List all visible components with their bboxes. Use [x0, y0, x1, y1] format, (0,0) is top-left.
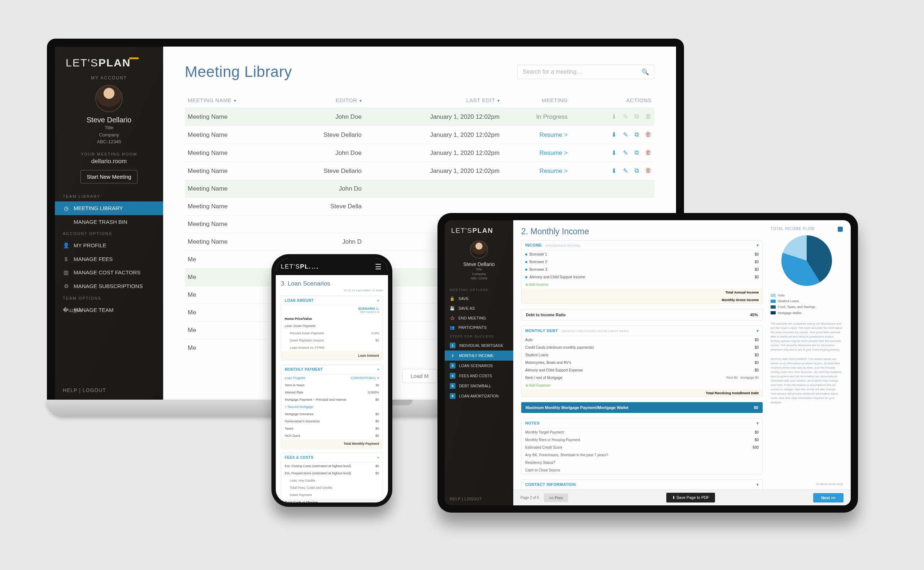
section-account-options: ACCOUNT OPTIONS	[55, 228, 163, 239]
section-team-options: TEAM OPTIONS	[55, 293, 163, 303]
list-item: + Second Mortgage	[281, 403, 382, 411]
next-button[interactable]: Next >>	[813, 493, 843, 503]
col-name[interactable]: MEETING NAME▾	[185, 93, 284, 108]
save-pdf-button[interactable]: ⬇ Save Page to PDF	[666, 493, 715, 503]
list-item: Any BK, Foreclosure, Shortsale in the pa…	[522, 451, 762, 459]
table-row[interactable]: Meeting NameJohn DoeJanuary 1, 2020 12:0…	[185, 108, 655, 126]
dollar-icon: $	[63, 256, 69, 262]
copy-icon[interactable]: ⧉	[635, 149, 639, 157]
avatar[interactable]	[470, 241, 488, 259]
table-row[interactable]: Meeting NameSteve DellarioJanuary 1, 202…	[185, 162, 655, 180]
search-icon: 🔍	[641, 68, 649, 76]
card-header[interactable]: LOAN AMOUNT▾	[281, 296, 382, 305]
edit-icon[interactable]: ✎	[623, 167, 628, 175]
user-icon: 👤	[63, 242, 69, 249]
menu-icon[interactable]: ☰	[375, 262, 381, 271]
list-item: Est. Closing Costs (estimated at highest…	[281, 463, 382, 470]
col-editor[interactable]: EDITOR▾	[284, 93, 364, 108]
list-item: Cash to Close Source	[522, 466, 762, 474]
clock-icon: ◷	[63, 205, 69, 211]
laptop-sidebar: LET'SPLAN MY ACCOUNT Steve Dellario Titl…	[55, 47, 163, 400]
trash-icon[interactable]: 🗑	[646, 167, 652, 175]
app-logo: LET'SPLAN	[55, 47, 163, 74]
search-placeholder: Search for a meeting…	[523, 69, 582, 75]
col-meeting: MEETING	[502, 93, 570, 108]
nav-team[interactable]: �այինMANAGE TEAM	[55, 303, 163, 317]
chevron-down-icon: ▾	[360, 98, 362, 103]
nav-meeting-library[interactable]: ◷MEETING LIBRARY	[55, 201, 163, 215]
nav-trash[interactable]: MANAGE TRASH BIN	[55, 215, 163, 228]
download-icon[interactable]: ⬇	[612, 131, 617, 139]
download-icon[interactable]: ⬇	[612, 167, 617, 175]
nav-profile[interactable]: 👤MY PROFILE	[55, 239, 163, 252]
opt-save[interactable]: 🔒SAVE	[445, 294, 513, 303]
step-6[interactable]: 6LOAN AMORTIZATION	[445, 391, 513, 401]
card-header[interactable]: FEES & COSTS▾	[281, 453, 382, 463]
trash-icon[interactable]: 🗑	[646, 149, 652, 157]
list-item: Down Payment	[281, 491, 382, 498]
nav-subscriptions[interactable]: ⚙MANAGE SUBSCRIPTIONS	[55, 279, 163, 293]
edit-icon[interactable]: ✎	[623, 131, 628, 139]
download-icon[interactable]: ⬇	[612, 113, 617, 121]
copy-icon[interactable]: ⧉	[635, 167, 639, 175]
ratio-card: Debt to Income Ratio45%	[521, 309, 763, 320]
copy-icon[interactable]: ⧉	[635, 131, 639, 139]
opt-participants[interactable]: 👥PARTICIPANTS	[445, 323, 513, 332]
table-row[interactable]: Meeting NameJohn Do	[185, 180, 655, 198]
list-item: Student Loans$0	[522, 351, 762, 359]
phone-device: LET'SPLAN ☰ 3. Loan Scenarios 07.21.21 L…	[271, 254, 392, 507]
chevron-down-icon: ▾	[377, 455, 379, 460]
step-5[interactable]: 5DEBT SNOWBALL	[445, 381, 513, 391]
opt-end-meeting[interactable]: ⏻END MEETING	[445, 313, 513, 323]
edit-icon[interactable]: ✎	[623, 149, 628, 157]
step-2[interactable]: 2MONTHLY INCOME	[445, 351, 513, 361]
card-header[interactable]: MONTHLY PAYMENT▾	[281, 365, 382, 374]
edit-icon[interactable]: ✎	[623, 113, 628, 121]
step-4[interactable]: 4FEES AND COSTS	[445, 371, 513, 381]
trash-icon[interactable]: 🗑	[646, 131, 652, 139]
col-actions: ACTIONS	[571, 93, 655, 108]
list-item: Est. Prepaid Items (estimated at highest…	[281, 470, 382, 477]
copy-icon[interactable]: ⧉	[635, 113, 639, 121]
list-item: Loan Amount vs. FF/ME	[281, 344, 382, 351]
list-item: Term in Years30	[281, 382, 382, 389]
cash-at-closing: Total Cash at Closing	[281, 498, 382, 503]
page-indicator: Page 2 of 6	[520, 496, 539, 500]
load-more-button[interactable]: Load M	[402, 369, 437, 383]
opt-save-as[interactable]: 💾SAVE AS	[445, 303, 513, 313]
add-income-button[interactable]: ⊕ Add Income	[522, 281, 762, 288]
table-row[interactable]: Meeting NameJohn DoeJanuary 1, 2020 12:0…	[185, 144, 655, 162]
nav-fees[interactable]: $MANAGE FEES	[55, 252, 163, 266]
section-meeting-options: MEETING OPTIONS	[445, 286, 513, 294]
card-header-debt[interactable]: MONTHLY DEBT (MONTHLY REVOLVING INSTALLM…	[522, 326, 762, 336]
download-icon[interactable]: ⬇	[612, 149, 617, 157]
tablet-device: LET'SPLAN Steve Dellario TitleCompanyABC…	[438, 213, 858, 513]
list-item: Loan ProgramCONVENTIONAL ▾	[281, 374, 382, 382]
table-row[interactable]: Meeting NameSteve DellarioJanuary 1, 202…	[185, 126, 655, 144]
card-header-notes[interactable]: NOTES▾	[522, 418, 762, 429]
step-1[interactable]: 1INDIVIDUAL MORTGAGE	[445, 340, 513, 351]
sidebar-footer[interactable]: HELP | LOGOUT	[445, 493, 513, 506]
chevron-down-icon: ▾	[757, 482, 759, 487]
monthly-gross-income: Monthly Gross Income	[522, 296, 762, 303]
add-expense-button[interactable]: ⊕ Add Expense	[522, 382, 762, 389]
scenario-selector[interactable]: SCENARIO 1:REFINANCE ▾	[281, 305, 382, 315]
list-item: Alimony and Child Support Income$0	[522, 273, 762, 281]
my-account-label: MY ACCOUNT	[55, 75, 163, 81]
list-item: Estimated Credit Score680	[522, 444, 762, 451]
card-header-contact[interactable]: CONTACT INFORMATION▾	[522, 480, 762, 490]
save-icon: 💾	[450, 306, 455, 311]
tablet-main: 2. Monthly Income INCOME (HOUSEHOLD INCO…	[513, 220, 851, 506]
expand-icon[interactable]	[838, 227, 843, 232]
trash-icon[interactable]: 🗑	[646, 113, 652, 121]
avatar[interactable]	[95, 85, 123, 112]
card-header-income[interactable]: INCOME (HOUSEHOLD INCOME)▾	[522, 241, 762, 251]
prev-button[interactable]: << Prev	[544, 493, 568, 502]
step-3[interactable]: 3LOAN SCENARIOS	[445, 361, 513, 371]
start-meeting-button[interactable]: Start New Meeting	[81, 170, 137, 183]
search-input[interactable]: Search for a meeting… 🔍	[517, 64, 655, 79]
sidebar-footer[interactable]: HELP | LOGOUT	[55, 381, 163, 400]
nav-cost[interactable]: ▥MANAGE COST FACTORS	[55, 266, 163, 279]
col-last[interactable]: LAST EDIT▾	[364, 93, 502, 108]
list-item: Borrower 3$0	[522, 266, 762, 273]
